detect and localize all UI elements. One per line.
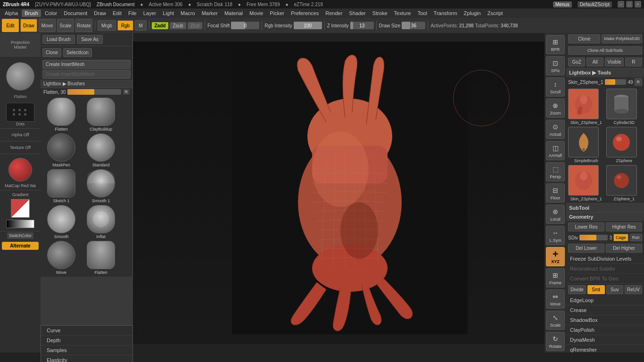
canvas-area[interactable] — [133, 41, 566, 344]
zcut-button[interactable]: Zcut — [188, 22, 202, 29]
scale-button[interactable]: Scale — [57, 19, 74, 32]
zsub-button[interactable]: Zsub — [170, 22, 186, 29]
thumb-zsphere2[interactable]: ZSphere_1 — [606, 165, 643, 201]
brush-inflat[interactable]: Inflat — [82, 205, 120, 239]
close-button[interactable]: × — [635, 1, 641, 8]
menu-material[interactable]: Material — [222, 9, 246, 17]
maximize-button[interactable]: □ — [626, 1, 633, 8]
crease-item[interactable]: Crease — [566, 305, 644, 315]
brush-flatten[interactable]: Flatten — [42, 98, 80, 132]
thumb-skin1[interactable]: Skin_ZSphere_1 — [568, 89, 604, 125]
higher-res-button[interactable]: Higher Res — [606, 222, 642, 231]
brush-flatten2[interactable]: Flatten — [82, 241, 120, 275]
menu-tool[interactable]: Tool — [415, 9, 430, 17]
menu-texture[interactable]: Texture — [391, 9, 414, 17]
brush-smooth1[interactable]: Smooth 1 — [82, 169, 120, 203]
m-button[interactable]: M — [135, 20, 146, 31]
projection-master[interactable]: Projection Master — [0, 33, 41, 57]
menu-movie[interactable]: Movie — [247, 9, 266, 17]
divide-button[interactable]: Divide — [568, 285, 586, 294]
frame-button[interactable]: ⊞ Frame — [546, 268, 565, 288]
menu-picker[interactable]: Picker — [267, 9, 287, 17]
skin-slider[interactable] — [605, 79, 627, 85]
suv-button[interactable]: Suv — [606, 285, 624, 294]
floor-button[interactable]: ⊟ Floor — [546, 183, 565, 203]
del-higher-button[interactable]: Del Higher — [606, 244, 642, 253]
matcap-section[interactable]: MatCap Red Wa — [0, 154, 41, 190]
menu-elasticity[interactable]: Elasticity — [41, 355, 132, 362]
thumb-zsphere[interactable]: ZSphere — [606, 127, 643, 163]
color-swatch[interactable] — [11, 199, 30, 218]
menu-brush[interactable]: Brush — [22, 9, 41, 17]
move-button[interactable]: ⇔ Move — [546, 289, 565, 309]
clone-all-button[interactable]: Clone All SubTools — [568, 46, 642, 55]
lightbox-brushes-title[interactable]: Lightbox ▶ Brushes — [41, 80, 132, 88]
lsym-button[interactable]: ↔ L.Sym — [546, 226, 565, 245]
thumb-simplebrush[interactable]: SimpleBrush — [568, 127, 604, 163]
edgeloop-item[interactable]: EdgeLoop — [566, 296, 644, 305]
local-button[interactable]: ⊛ Local — [546, 205, 565, 224]
focal-shift-slider[interactable]: 0 — [231, 22, 259, 29]
brush-claybuildup[interactable]: ClayBuildup — [82, 98, 120, 132]
menu-edit[interactable]: Edit — [110, 9, 124, 17]
lower-res-button[interactable]: Lower Res — [568, 222, 604, 231]
xyz-button[interactable]: ✛ XYZ — [546, 247, 565, 266]
cage-button[interactable]: Cage — [613, 234, 628, 241]
brush-smooth[interactable]: Smooth — [42, 205, 80, 239]
scroll-button[interactable]: ↕ Scroll — [546, 77, 565, 97]
skin-r-button[interactable]: R — [635, 78, 643, 86]
clone-button[interactable]: Clone — [42, 48, 61, 57]
rotate-button[interactable]: Rotate — [75, 19, 92, 32]
make-polymesh-button[interactable]: Make PolyMesh3D — [602, 34, 642, 43]
convert-bpr-item[interactable]: Convert BPR To Geo — [566, 274, 644, 284]
brush-move[interactable]: Move — [42, 241, 80, 275]
brush-maskpen[interactable]: MaskPen — [42, 133, 80, 167]
shadowbox-item[interactable]: ShadowBox — [566, 315, 644, 325]
create-insert-button[interactable]: Create InsertMesh — [42, 60, 131, 69]
del-lower-button[interactable]: Del Lower — [568, 244, 604, 253]
all-button[interactable]: All — [586, 58, 603, 66]
menu-transform[interactable]: Transform — [431, 9, 460, 17]
menu-draw[interactable]: Draw — [91, 9, 109, 17]
actual-button[interactable]: ⊙ Actual — [546, 120, 565, 139]
sdiv-slider[interactable] — [579, 235, 608, 240]
geometry-title[interactable]: Geometry — [566, 213, 644, 221]
menu-alpha[interactable]: Alpha — [2, 9, 21, 17]
brush-standard[interactable]: Standard — [82, 133, 120, 167]
lightbox-tools-title[interactable]: Lightbox ▶ Tools — [566, 68, 644, 77]
aahalf-button[interactable]: ◫ AAHalf — [546, 141, 565, 160]
mrgb-button[interactable]: Mrgb — [98, 20, 116, 31]
menu-stroke[interactable]: Stroke — [370, 9, 390, 17]
visible-button[interactable]: Visible — [605, 58, 623, 66]
reconstruct-item[interactable]: Reconstruct Subdiv — [566, 264, 644, 274]
r-button[interactable]: R — [625, 58, 642, 66]
spix-button[interactable]: ⊡ SPix — [546, 56, 565, 75]
alternate-button[interactable]: Alternate — [2, 242, 39, 250]
menu-render[interactable]: Render — [322, 9, 345, 17]
subtool-title[interactable]: SubTool — [566, 204, 644, 212]
menu-zscript[interactable]: Zscript — [485, 9, 506, 17]
menu-file[interactable]: File — [125, 9, 140, 17]
minimize-button[interactable]: – — [618, 1, 624, 8]
menu-marker[interactable]: Marker — [199, 9, 221, 17]
zoom-button[interactable]: ⊕ Zoom — [546, 99, 565, 118]
menu-samples[interactable]: Samples — [41, 346, 132, 355]
rstr-button[interactable]: Rstr — [630, 234, 643, 241]
save-as-button[interactable]: Save As — [77, 35, 103, 44]
edit-button[interactable]: Edit — [2, 19, 19, 32]
create-multi-button[interactable]: Create InsertMultiMesh — [42, 70, 131, 79]
menus-button[interactable]: Menus — [553, 1, 572, 8]
draw-button[interactable]: Draw — [20, 19, 37, 32]
reuv-button[interactable]: ReUV — [625, 285, 642, 294]
menu-preferences[interactable]: Preferences — [288, 9, 322, 17]
r-button[interactable]: R — [123, 89, 130, 95]
menu-color[interactable]: Color — [42, 9, 60, 17]
zadd-button[interactable]: Zadd — [152, 22, 169, 29]
rgb-button[interactable]: Rgb — [117, 20, 133, 31]
move-button[interactable]: Move — [39, 19, 56, 32]
thumb-cylinder[interactable]: Cylinder3D — [606, 89, 643, 125]
zscript-button[interactable]: DefaultZScript — [578, 1, 612, 8]
switch-color-button[interactable]: SwitchColor — [7, 232, 33, 239]
bpr-button[interactable]: ⊞ BPR — [546, 35, 565, 54]
menu-shader[interactable]: Shader — [346, 9, 368, 17]
